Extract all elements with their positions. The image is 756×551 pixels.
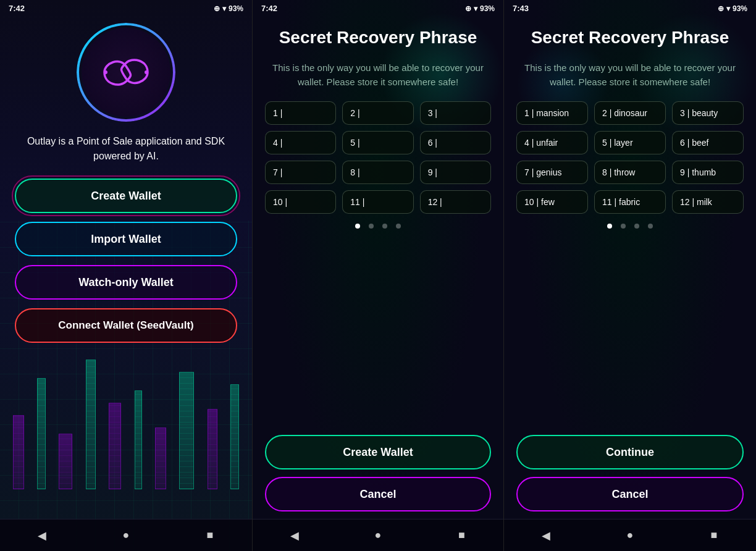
panel-2-content: Secret Recovery Phrase This is the only … <box>253 17 503 519</box>
import-wallet-button[interactable]: Import Wallet <box>15 222 237 256</box>
home-button-3[interactable]: ● <box>618 523 642 548</box>
dot-3 <box>634 224 639 229</box>
status-bar-1: 7:42 ⊕ ▾ 93% <box>0 0 252 17</box>
back-icon-2: ◀ <box>290 529 299 542</box>
continue-button[interactable]: Continue <box>516 435 744 469</box>
svg-point-1 <box>145 70 148 74</box>
create-wallet-bottom-button[interactable]: Create Wallet <box>265 435 491 469</box>
building <box>135 390 142 489</box>
home-button-2[interactable]: ● <box>366 523 390 548</box>
recovery-subtitle-3: This is the only way you will be able to… <box>516 61 744 89</box>
phone-panel-2: 7:42 ⊕ ▾ 93% Secret Recovery Phrase This… <box>252 0 504 551</box>
word-cell-4: 4 | unfair <box>516 131 588 154</box>
building <box>155 427 166 489</box>
phone-panel-3: 7:43 ⊕ ▾ 93% Secret Recovery Phrase This… <box>504 0 756 551</box>
logo-inner <box>82 28 170 117</box>
word-cell-6: 6 | beef <box>672 131 744 154</box>
recovery-title-3: Secret Recovery Phrase <box>531 27 729 49</box>
building <box>179 372 194 489</box>
create-wallet-button[interactable]: Create Wallet <box>15 179 237 213</box>
word-cell-8: 8 | throw <box>594 161 666 184</box>
word-cell-5: 5 | layer <box>594 131 666 154</box>
word-cell-7: 7 | <box>265 161 336 184</box>
dot-2 <box>369 224 374 229</box>
app-description: Outlay is a Point of Sale application an… <box>0 134 252 164</box>
word-grid-2: 1 |2 |3 |4 |5 |6 |7 |8 |9 |10 |11 |12 | <box>265 101 491 214</box>
word-cell-9: 9 | thumb <box>672 161 744 184</box>
building <box>86 360 96 489</box>
back-button-3[interactable]: ◀ <box>534 523 558 548</box>
dot-1 <box>355 224 360 229</box>
battery-display: 93% <box>229 4 243 13</box>
word-cell-7: 7 | genius <box>516 161 588 184</box>
word-cell-12: 12 | milk <box>672 190 744 214</box>
dot-2 <box>621 224 626 229</box>
building <box>208 409 217 489</box>
status-bar-3: 7:43 ⊕ ▾ 93% <box>504 0 756 17</box>
building <box>230 384 239 489</box>
app-logo <box>77 23 175 122</box>
dot-3 <box>382 224 387 229</box>
back-button-1[interactable]: ◀ <box>30 523 54 548</box>
word-cell-6: 6 | <box>420 131 491 154</box>
home-icon-3: ● <box>627 529 634 542</box>
back-icon-3: ◀ <box>542 529 550 542</box>
word-cell-4: 4 | <box>265 131 336 154</box>
recent-icon-3: ■ <box>711 529 718 542</box>
building <box>59 434 72 489</box>
word-cell-1: 1 | <box>265 101 336 125</box>
status-icons: ⊕ ▾ 93% <box>214 4 243 13</box>
svg-point-0 <box>104 70 107 74</box>
status-bar-2: 7:42 ⊕ ▾ 93% <box>253 0 503 17</box>
connect-wallet-button[interactable]: Connect Wallet (SeedVault) <box>15 308 237 343</box>
word-cell-8: 8 | <box>342 161 413 184</box>
recent-button-3[interactable]: ■ <box>702 523 726 548</box>
phone-panel-1: 7:42 ⊕ ▾ 93% Outlay is a Point of Sale a… <box>0 0 252 551</box>
status-icons-3: ⊕ ▾ 93% <box>718 4 747 13</box>
home-icon-2: ● <box>375 529 382 542</box>
panel-1-content: Outlay is a Point of Sale application an… <box>0 17 252 343</box>
wifi-icon-3: ▾ <box>726 4 730 13</box>
recovery-subtitle-2: This is the only way you will be able to… <box>265 61 491 89</box>
back-button-2[interactable]: ◀ <box>282 523 307 548</box>
cancel-button-2[interactable]: Cancel <box>265 477 491 511</box>
alarm-icon-2: ⊕ <box>465 4 471 13</box>
recovery-title-2: Secret Recovery Phrase <box>279 27 477 49</box>
nav-bar-1: ◀ ● ■ <box>0 519 252 551</box>
time-display: 7:42 <box>9 4 25 13</box>
nav-bar-3: ◀ ● ■ <box>504 519 756 551</box>
watch-only-wallet-button[interactable]: Watch-only Wallet <box>15 265 237 300</box>
wifi-icon-2: ▾ <box>474 4 477 13</box>
time-display-3: 7:43 <box>513 4 529 13</box>
time-display-2: 7:42 <box>261 4 277 13</box>
home-button-1[interactable]: ● <box>114 523 138 548</box>
recent-icon-2: ■ <box>458 529 465 542</box>
building <box>13 415 24 489</box>
word-cell-11: 11 | fabric <box>594 190 666 214</box>
alarm-icon-3: ⊕ <box>718 4 724 13</box>
word-cell-5: 5 | <box>342 131 413 154</box>
wifi-icon: ▾ <box>222 4 226 13</box>
word-cell-11: 11 | <box>342 190 413 214</box>
recent-button-1[interactable]: ■ <box>198 523 222 548</box>
recent-button-2[interactable]: ■ <box>449 523 474 548</box>
word-cell-2: 2 | <box>342 101 413 125</box>
alarm-icon: ⊕ <box>214 4 220 13</box>
panel-3-content: Secret Recovery Phrase This is the only … <box>504 17 756 519</box>
dot-4 <box>648 224 653 229</box>
word-cell-12: 12 | <box>420 190 491 214</box>
word-cell-1: 1 | mansion <box>516 101 588 125</box>
cancel-button-3[interactable]: Cancel <box>516 477 744 511</box>
building <box>37 378 46 489</box>
word-grid-3: 1 | mansion2 | dinosaur3 | beauty4 | unf… <box>516 101 744 214</box>
dot-1 <box>607 224 612 229</box>
nav-bar-2: ◀ ● ■ <box>253 519 503 551</box>
word-cell-3: 3 | <box>420 101 491 125</box>
word-cell-10: 10 | few <box>516 190 588 214</box>
back-icon: ◀ <box>38 529 46 542</box>
word-cell-3: 3 | beauty <box>672 101 744 125</box>
battery-display-2: 93% <box>480 4 495 13</box>
dot-4 <box>396 224 401 229</box>
battery-display-3: 93% <box>733 4 747 13</box>
home-icon: ● <box>123 529 130 542</box>
